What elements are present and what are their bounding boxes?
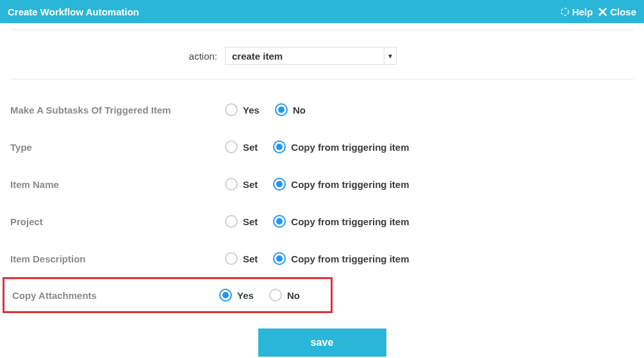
row-subtask: Make A Subtasks Of Triggered Item Yes No (10, 91, 634, 128)
action-row: action: create item ▼ (10, 30, 634, 79)
radio-option-copy[interactable]: Copy from triggering item (273, 252, 409, 265)
field-label: Item Name (10, 179, 225, 190)
header-bar: Create Workflow Automation Help Close (0, 0, 644, 23)
radio-option-set[interactable]: Set (225, 215, 258, 228)
radio-label: Copy from triggering item (291, 142, 409, 153)
radio-option-yes[interactable]: Yes (219, 289, 254, 302)
radio-option-copy[interactable]: Copy from triggering item (273, 215, 409, 228)
radio-group: Set Copy from triggering item (225, 141, 409, 153)
action-select-value: create item (225, 47, 384, 65)
radio-icon (225, 178, 238, 191)
radio-label: Copy from triggering item (291, 216, 409, 227)
radio-label: Set (243, 142, 258, 153)
radio-icon (225, 252, 238, 265)
radio-icon (273, 141, 286, 153)
help-icon (560, 7, 570, 17)
close-label: Close (610, 6, 636, 17)
radio-option-set[interactable]: Set (225, 178, 258, 191)
radio-group: Yes No (219, 289, 300, 302)
radio-icon (273, 178, 286, 191)
radio-group: Set Copy from triggering item (225, 215, 409, 228)
close-icon (598, 7, 607, 17)
radio-option-no[interactable]: No (269, 289, 300, 302)
radio-icon (225, 103, 238, 116)
radio-label: Set (243, 179, 258, 190)
radio-label: Set (243, 253, 258, 264)
radio-option-set[interactable]: Set (225, 141, 258, 153)
radio-icon (275, 103, 288, 116)
radio-label: Copy from triggering item (291, 179, 409, 190)
page-title: Create Workflow Automation (8, 6, 555, 17)
radio-label: No (287, 290, 300, 301)
help-label: Help (572, 6, 593, 17)
radio-icon (225, 141, 238, 153)
svg-point-0 (561, 8, 568, 15)
save-button[interactable]: save (258, 328, 386, 357)
field-label: Type (10, 142, 225, 153)
radio-icon (273, 215, 286, 228)
row-type: Type Set Copy from triggering item (10, 128, 634, 166)
radio-label: Yes (237, 290, 254, 301)
row-item-name: Item Name Set Copy from triggering item (10, 166, 634, 203)
radio-option-no[interactable]: No (275, 103, 306, 116)
row-copy-attachments: Copy Attachments Yes No (12, 279, 331, 311)
radio-option-copy[interactable]: Copy from triggering item (273, 178, 409, 191)
highlight-copy-attachments: Copy Attachments Yes No (3, 277, 333, 313)
field-label: Item Description (10, 253, 225, 264)
radio-option-copy[interactable]: Copy from triggering item (273, 141, 409, 153)
action-label: action: (10, 51, 225, 62)
row-item-description: Item Description Set Copy from triggerin… (10, 240, 634, 277)
field-label: Project (10, 216, 225, 227)
radio-label: Set (243, 216, 258, 227)
field-label: Copy Attachments (12, 290, 219, 301)
radio-icon (273, 252, 286, 265)
radio-label: Yes (243, 105, 260, 115)
radio-label: Copy from triggering item (291, 253, 409, 264)
radio-icon (225, 215, 238, 228)
radio-group: Yes No (225, 103, 306, 116)
close-button[interactable]: Close (598, 6, 636, 17)
radio-label: No (293, 105, 306, 115)
save-row: save (10, 313, 634, 357)
radio-icon (219, 289, 232, 302)
radio-group: Set Copy from triggering item (225, 252, 409, 265)
radio-icon (269, 289, 282, 302)
action-select[interactable]: create item ▼ (225, 47, 397, 65)
radio-group: Set Copy from triggering item (225, 178, 409, 191)
help-button[interactable]: Help (560, 6, 593, 17)
radio-option-set[interactable]: Set (225, 252, 258, 265)
radio-option-yes[interactable]: Yes (225, 103, 260, 116)
row-project: Project Set Copy from triggering item (10, 203, 634, 240)
chevron-down-icon: ▼ (384, 47, 397, 65)
field-label: Make A Subtasks Of Triggered Item (10, 105, 225, 115)
